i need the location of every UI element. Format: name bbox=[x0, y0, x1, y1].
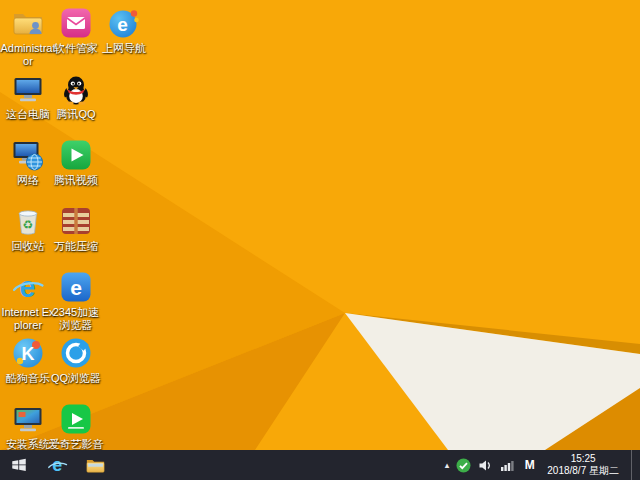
svg-text:e: e bbox=[19, 271, 35, 303]
network-tray-button[interactable] bbox=[500, 458, 515, 473]
windows-logo-icon bbox=[10, 456, 28, 474]
network-globe-icon bbox=[11, 138, 45, 172]
desktop-icon-iqiyi[interactable]: 爱奇艺影音 bbox=[48, 402, 104, 451]
qq-browser-icon bbox=[59, 336, 93, 370]
system-tray: ▴ M 15:25 bbox=[445, 450, 640, 480]
qq-penguin-icon bbox=[59, 72, 93, 106]
icon-label: QQ浏览器 bbox=[51, 372, 101, 385]
svg-text:e: e bbox=[52, 455, 62, 475]
taskbar-file-explorer-button[interactable] bbox=[76, 450, 114, 480]
icon-label: 上网导航 bbox=[102, 42, 146, 55]
show-desktop-button[interactable] bbox=[631, 450, 638, 480]
icon-label: 腾讯QQ bbox=[56, 108, 95, 121]
taskbar-internet-explorer-button[interactable]: e bbox=[38, 450, 76, 480]
icon-label: 酷狗音乐 bbox=[6, 372, 50, 385]
volume-icon bbox=[478, 458, 493, 473]
user-folder-icon bbox=[11, 6, 45, 40]
icon-label: 腾讯视频 bbox=[54, 174, 98, 187]
taskbar-clock[interactable]: 15:25 2018/8/7 星期二 bbox=[544, 453, 624, 478]
software-manager-icon bbox=[59, 6, 93, 40]
start-button[interactable] bbox=[0, 450, 38, 480]
recycle-bin-icon: ♻ bbox=[11, 204, 45, 238]
archive-box-icon bbox=[59, 204, 93, 238]
svg-text:e: e bbox=[70, 276, 82, 299]
icon-label: 万能压缩 bbox=[54, 240, 98, 253]
hidden-icons-button[interactable]: ▴ bbox=[445, 461, 450, 470]
desktop-icon-qq-browser[interactable]: QQ浏览器 bbox=[48, 336, 104, 385]
clock-time: 15:25 bbox=[547, 453, 619, 466]
desktop[interactable]: Administrator 这台电脑 网络 ♻ 回收 bbox=[0, 0, 640, 450]
internet-explorer-icon: e bbox=[11, 270, 45, 304]
clock-date: 2018/8/7 星期二 bbox=[547, 465, 619, 478]
svg-text:K: K bbox=[22, 344, 35, 364]
2345-browser-icon: e bbox=[59, 270, 93, 304]
tencent-video-icon bbox=[59, 138, 93, 172]
folder-icon bbox=[85, 455, 106, 476]
desktop-icon-tencent-qq[interactable]: 腾讯QQ bbox=[48, 72, 104, 121]
icon-label: 这台电脑 bbox=[6, 108, 50, 121]
icon-label: 回收站 bbox=[12, 240, 45, 253]
icon-label: 网络 bbox=[17, 174, 39, 187]
desktop-icon-2345-browser[interactable]: e 2345加速浏览器 bbox=[48, 270, 104, 332]
volume-tray-button[interactable] bbox=[478, 458, 493, 473]
iqiyi-icon bbox=[59, 402, 93, 436]
network-icon bbox=[500, 458, 515, 473]
security-icon bbox=[456, 458, 471, 473]
input-method-indicator[interactable]: M bbox=[522, 458, 537, 472]
svg-text:e: e bbox=[117, 14, 128, 35]
computer-icon bbox=[11, 72, 45, 106]
desktop-icon-web-navigation[interactable]: e 上网导航 bbox=[96, 6, 152, 55]
desktop-icon-tencent-video[interactable]: 腾讯视频 bbox=[48, 138, 104, 187]
kugou-music-icon: K bbox=[11, 336, 45, 370]
desktop-icon-wanneng-zip[interactable]: 万能压缩 bbox=[48, 204, 104, 253]
security-tray-button[interactable] bbox=[456, 458, 471, 473]
web-navigation-icon: e bbox=[107, 6, 141, 40]
svg-text:♻: ♻ bbox=[23, 218, 34, 232]
install-system-icon bbox=[11, 402, 45, 436]
screen: { "wallpaper": { "base_color": "#F8A808"… bbox=[0, 0, 640, 480]
internet-explorer-icon: e bbox=[47, 455, 68, 476]
icon-label: 软件管家 bbox=[54, 42, 98, 55]
icon-label: 2345加速浏览器 bbox=[48, 306, 104, 332]
taskbar: e ▴ bbox=[0, 450, 640, 480]
